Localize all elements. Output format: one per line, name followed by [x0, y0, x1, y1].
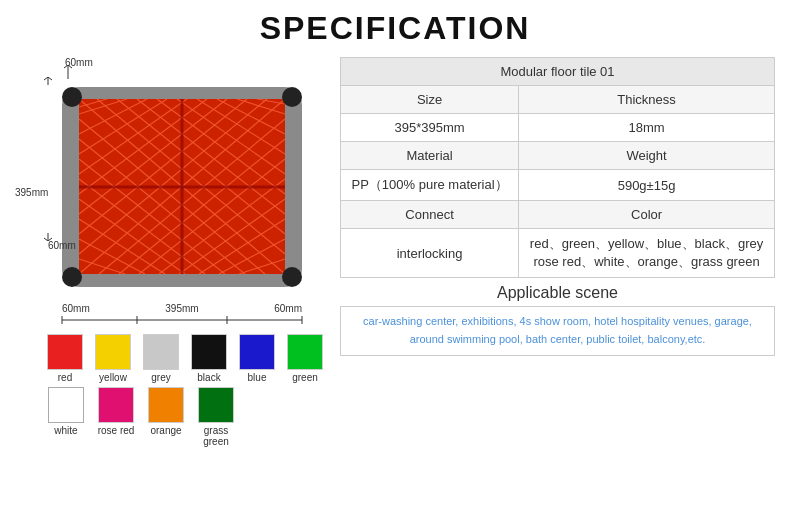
- color-value-cell: red、green、yellow、blue、black、greyrose red…: [519, 229, 775, 278]
- dim-bottom-bar-center: 395mm: [165, 303, 198, 314]
- swatch-color-red: [47, 334, 83, 370]
- svg-rect-48: [282, 87, 302, 107]
- swatch-label-yellow: yellow: [99, 372, 127, 383]
- svg-line-4: [44, 77, 48, 80]
- swatch-label-blue: blue: [248, 372, 267, 383]
- color-swatches: redyellowgreyblackbluegreenwhiterose red…: [15, 334, 325, 447]
- swatch-color-green: [287, 334, 323, 370]
- swatch-item-blue: blue: [237, 334, 277, 383]
- swatch-row-2: whiterose redorangegrass green: [45, 387, 325, 447]
- dim-bottom-line: [57, 314, 307, 326]
- swatch-label-grass-green: grass green: [195, 425, 237, 447]
- swatch-row-1: redyellowgreyblackbluegreen: [45, 334, 325, 383]
- content-area: 60mm 395mm: [15, 57, 775, 451]
- swatch-item-yellow: yellow: [93, 334, 133, 383]
- dim-br-right: 60mm: [274, 303, 302, 314]
- page: SPECIFICATION 60mm 395mm: [0, 0, 790, 512]
- applicable-title: Applicable scene: [340, 284, 775, 302]
- swatch-color-rose-red: [98, 387, 134, 423]
- swatch-item-black: black: [189, 334, 229, 383]
- weight-label-cell: Weight: [519, 142, 775, 170]
- right-panel: Modular floor tile 01 Size Thickness 395…: [340, 57, 775, 356]
- product-name-cell: Modular floor tile 01: [341, 58, 775, 86]
- applicable-text: car-washing center, exhibitions, 4s show…: [340, 306, 775, 355]
- dim-top-arrow: [63, 65, 73, 79]
- svg-line-2: [68, 65, 72, 68]
- tile-svg: [57, 69, 307, 299]
- swatch-label-red: red: [58, 372, 72, 383]
- swatch-item-orange: orange: [145, 387, 187, 436]
- svg-rect-47: [62, 87, 82, 107]
- swatch-color-yellow: [95, 334, 131, 370]
- swatch-label-orange: orange: [150, 425, 181, 436]
- swatch-item-white: white: [45, 387, 87, 436]
- swatch-label-white: white: [54, 425, 77, 436]
- page-title: SPECIFICATION: [15, 10, 775, 47]
- applicable-section: Applicable scene car-washing center, exh…: [340, 284, 775, 355]
- swatch-item-grass-green: grass green: [195, 387, 237, 447]
- size-label-cell: Size: [341, 86, 519, 114]
- swatch-label-grey: grey: [151, 372, 170, 383]
- swatch-label-black: black: [197, 372, 220, 383]
- swatch-item-red: red: [45, 334, 85, 383]
- connect-label-cell: Connect: [341, 201, 519, 229]
- swatch-label-rose-red: rose red: [98, 425, 135, 436]
- spec-table: Modular floor tile 01 Size Thickness 395…: [340, 57, 775, 278]
- swatch-item-green: green: [285, 334, 325, 383]
- swatch-label-green: green: [292, 372, 318, 383]
- dim-br-left: 60mm: [62, 303, 90, 314]
- color-label-cell: Color: [519, 201, 775, 229]
- dim-left-arrows: [43, 77, 53, 85]
- svg-line-5: [48, 77, 52, 80]
- tile-diagram: 60mm 395mm: [15, 57, 325, 326]
- thickness-label-cell: Thickness: [519, 86, 775, 114]
- left-panel: 60mm 395mm: [15, 57, 325, 451]
- dim-bottom-left-label: 60mm: [48, 240, 76, 251]
- svg-rect-49: [62, 267, 82, 287]
- swatch-color-orange: [148, 387, 184, 423]
- thickness-value-cell: 18mm: [519, 114, 775, 142]
- size-value-cell: 395*395mm: [341, 114, 519, 142]
- swatch-color-black: [191, 334, 227, 370]
- swatch-item-grey: grey: [141, 334, 181, 383]
- tile-svg-container: [57, 69, 325, 303]
- swatch-color-blue: [239, 334, 275, 370]
- svg-rect-50: [282, 267, 302, 287]
- swatch-color-grey: [143, 334, 179, 370]
- material-value-cell: PP（100% pure material）: [341, 170, 519, 201]
- swatch-item-rose-red: rose red: [95, 387, 137, 436]
- svg-line-1: [64, 65, 68, 68]
- material-label-cell: Material: [341, 142, 519, 170]
- dim-bottom-bar: 60mm 395mm 60mm: [57, 303, 307, 314]
- weight-value-cell: 590g±15g: [519, 170, 775, 201]
- connect-value-cell: interlocking: [341, 229, 519, 278]
- swatch-color-grass-green: [198, 387, 234, 423]
- swatch-color-white: [48, 387, 84, 423]
- dim-left-label: 395mm: [15, 186, 48, 197]
